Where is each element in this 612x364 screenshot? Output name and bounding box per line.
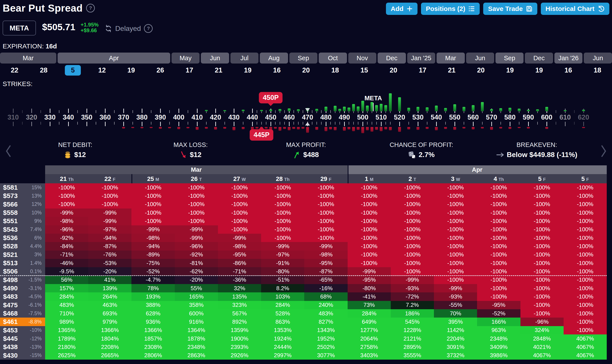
month-pill[interactable]: Mar — [0, 52, 56, 64]
month-pill[interactable]: Oct — [319, 52, 347, 64]
date-pill[interactable]: 12 — [92, 65, 112, 76]
strike-price-label[interactable]: $468 — [0, 309, 26, 318]
strike-handle-down[interactable] — [305, 108, 310, 111]
save-trade-button[interactable]: Save Trade — [483, 3, 537, 15]
pl-cell: 3986% — [477, 351, 520, 360]
date-pill[interactable]: 19 — [238, 65, 258, 76]
strike-price-label[interactable]: $566 — [0, 200, 26, 208]
month-pill[interactable]: Nov — [348, 52, 376, 64]
lower-strike-badge[interactable]: 445P — [250, 129, 273, 141]
date-pill[interactable]: 28 — [34, 65, 53, 76]
month-pill[interactable]: Dec — [525, 52, 553, 64]
pl-cell: 139% — [88, 284, 131, 292]
put-volume-bar — [177, 127, 180, 129]
strike-price-label[interactable]: $536 — [0, 234, 26, 242]
date-pill[interactable]: 16 — [558, 65, 578, 76]
strike-price-label[interactable]: $430 — [0, 351, 26, 360]
pl-cell: 989% — [45, 318, 88, 326]
pl-cell: 55% — [175, 284, 218, 292]
month-pill[interactable]: Jun — [201, 52, 229, 64]
date-pill[interactable]: 15 — [354, 65, 374, 76]
strike-move-percent: 0.1% — [26, 267, 45, 275]
refresh-icon[interactable] — [105, 25, 112, 32]
strike-tick — [280, 122, 280, 125]
month-pill[interactable]: Mar — [437, 52, 465, 64]
date-pill[interactable]: 20 — [296, 65, 316, 76]
month-pill[interactable]: May — [171, 52, 200, 64]
strikes-ruler[interactable]: 3103203303403503603703803904004104204304… — [0, 87, 612, 142]
strike-price-label[interactable]: $498 — [0, 276, 26, 284]
month-pill[interactable]: Jul — [230, 52, 259, 64]
add-button[interactable]: Add — [386, 3, 417, 15]
date-pill[interactable]: 26 — [150, 65, 170, 76]
strike-price-label[interactable]: $506 — [0, 267, 26, 275]
date-pill[interactable]: 20 — [384, 65, 403, 76]
arrow-down-red-icon — [180, 151, 187, 159]
date-pill[interactable]: 19 — [500, 65, 520, 76]
pl-cell: -99% — [348, 267, 391, 275]
month-pill[interactable]: Jan '26 — [554, 52, 582, 64]
month-pill[interactable]: Jun — [466, 52, 494, 64]
month-pill[interactable]: Dec — [378, 52, 406, 64]
date-pill[interactable]: 18 — [587, 65, 607, 76]
historical-chart-button[interactable]: Historical Chart — [541, 3, 609, 15]
strike-price-label[interactable]: $483 — [0, 292, 26, 301]
strike-price-label[interactable]: $521 — [0, 250, 26, 259]
breakeven-label: BREAKEVEN: — [479, 141, 595, 148]
strike-handle-up[interactable] — [305, 122, 310, 126]
help-icon[interactable] — [86, 4, 95, 13]
pl-cell: -100% — [45, 192, 88, 200]
strike-price-label[interactable]: $551 — [0, 217, 26, 225]
strike-label: 470 — [302, 114, 313, 121]
strike-price-label[interactable]: $445 — [0, 334, 26, 343]
strike-move-percent: 3% — [26, 250, 45, 259]
strike-tick — [114, 110, 115, 113]
strike-price-label[interactable]: $490 — [0, 284, 26, 292]
date-pill[interactable]: 17 — [180, 65, 199, 76]
month-pill[interactable]: Jan '25 — [407, 52, 435, 64]
expiration-date-row: 2228512192617211916201815201721201919161… — [0, 65, 612, 76]
pl-cell: -100% — [564, 217, 607, 225]
strike-price-label[interactable]: $581 — [0, 183, 26, 192]
strike-price-label[interactable]: $438 — [0, 343, 26, 351]
positions-button[interactable]: Positions (2) — [421, 3, 480, 15]
strike-price-label[interactable]: $461 — [0, 318, 26, 326]
call-volume-bar — [407, 108, 410, 111]
strike-price-label[interactable]: $558 — [0, 208, 26, 217]
date-pill[interactable]: 17 — [413, 65, 432, 76]
month-pill[interactable]: Apr — [58, 52, 170, 64]
ticker-input[interactable]: META — [3, 21, 36, 36]
date-pill[interactable]: 20 — [471, 65, 491, 76]
column-dow: W — [242, 177, 246, 182]
pl-cell: -100% — [131, 217, 175, 225]
pl-cell: -100% — [521, 183, 564, 192]
date-pill[interactable]: 18 — [325, 65, 345, 76]
call-volume-bar — [375, 105, 378, 111]
strike-price-label[interactable]: $543 — [0, 225, 26, 234]
table-corner — [0, 174, 45, 183]
call-volume-bar — [509, 108, 511, 111]
strike-price-label[interactable]: $573 — [0, 192, 26, 200]
date-pill[interactable]: 19 — [529, 65, 549, 76]
call-volume-bar — [389, 93, 392, 111]
strike-price-label[interactable]: $453 — [0, 326, 26, 334]
strike-price-label[interactable]: $475 — [0, 301, 26, 309]
pl-cell: -100% — [175, 217, 218, 225]
pl-cell: 1952% — [304, 334, 347, 343]
date-pill[interactable]: 21 — [209, 65, 228, 76]
table-row: $5213%-71%-76%-89%-92%-95%-97%-98%-100%-… — [0, 250, 607, 259]
month-pill[interactable]: Sep — [289, 52, 317, 64]
month-pill[interactable]: Aug — [260, 52, 288, 64]
strike-tick — [50, 109, 50, 113]
strike-price-label[interactable]: $513 — [0, 259, 26, 267]
month-pill[interactable]: Jun — [584, 52, 612, 64]
date-pill[interactable]: 19 — [121, 65, 141, 76]
strike-price-label[interactable]: $528 — [0, 242, 26, 250]
date-pill[interactable]: 21 — [442, 65, 462, 76]
date-pill[interactable]: 5 — [65, 65, 81, 76]
delayed-help-icon[interactable] — [144, 24, 153, 33]
month-pill[interactable]: Sep — [495, 52, 523, 64]
date-pill[interactable]: 22 — [5, 65, 24, 76]
date-pill[interactable]: 16 — [267, 65, 287, 76]
upper-strike-badge[interactable]: 450P — [259, 92, 283, 103]
